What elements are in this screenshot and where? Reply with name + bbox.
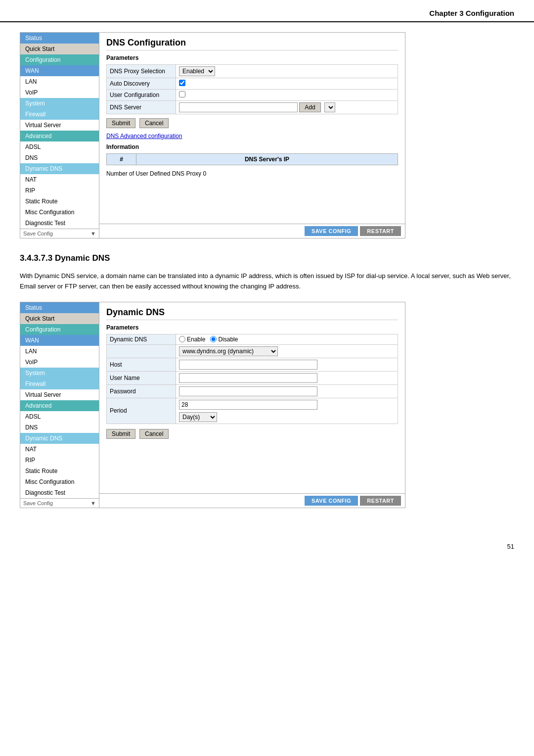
sidebar-item-rip-1[interactable]: RIP: [20, 185, 99, 196]
chapter-header: Chapter 3 Configuration: [0, 0, 534, 22]
dns-save-config-button[interactable]: SAVE CONFIG: [305, 226, 358, 236]
dynamic-dns-title: Dynamic DNS: [106, 307, 398, 320]
dns-config-main: DNS Configuration Parameters DNS Proxy S…: [99, 33, 405, 238]
sidebar-item-voip-2[interactable]: VoIP: [20, 357, 99, 368]
auto-discovery-checkbox[interactable]: [179, 80, 185, 86]
sidebar-item-dynamicdns-1[interactable]: Dynamic DNS: [20, 163, 99, 174]
sidebar-item-advanced-1[interactable]: Advanced: [20, 131, 99, 142]
dns-submit-button[interactable]: Submit: [106, 118, 135, 128]
sidebar-item-system-2[interactable]: System: [20, 368, 99, 378]
dynamic-dns-cancel-button[interactable]: Cancel: [139, 429, 169, 439]
host-input[interactable]: [179, 360, 317, 370]
table-row: www.dyndns.org (dynamic): [107, 344, 398, 358]
dns-add-button[interactable]: Add: [299, 102, 320, 112]
sidebar-item-staticroute-1[interactable]: Static Route: [20, 196, 99, 207]
sidebar-item-diagnostictest-1[interactable]: Diagnostic Test: [20, 218, 99, 229]
password-label: Password: [107, 384, 176, 398]
dns-restart-button[interactable]: RESTART: [360, 226, 401, 236]
sidebar-footer-1[interactable]: Save Config ▼: [20, 229, 99, 238]
ddns-service-select[interactable]: www.dyndns.org (dynamic): [179, 346, 278, 356]
user-configuration-checkbox[interactable]: [179, 91, 185, 97]
dns-form-table: DNS Proxy Selection Enabled Disabled Aut…: [106, 64, 398, 114]
dynamic-dns-panel: Status Quick Start Configuration WAN LAN…: [20, 302, 405, 508]
dns-params-label: Parameters: [106, 54, 398, 61]
sidebar-item-staticroute-2[interactable]: Static Route: [20, 466, 99, 476]
dynamic-dns-restart-button[interactable]: RESTART: [360, 496, 401, 506]
dns-form-buttons: Submit Cancel: [106, 118, 398, 128]
dns-advanced-link[interactable]: DNS Advanced configuration: [106, 133, 182, 140]
ddns-service-label: [107, 344, 176, 358]
sidebar-item-rip-2[interactable]: RIP: [20, 455, 99, 466]
sidebar-item-dns-1[interactable]: DNS: [20, 152, 99, 163]
table-row: Host: [107, 358, 398, 371]
sidebar-item-advanced-2[interactable]: Advanced: [20, 400, 99, 411]
auto-discovery-value: [176, 78, 398, 90]
dns-proxy-selection-value: Enabled Disabled: [176, 65, 398, 78]
sidebar-item-quickstart-1[interactable]: Quick Start: [20, 44, 99, 54]
username-input[interactable]: [179, 373, 317, 383]
dns-info-table: # DNS Server's IP: [106, 153, 398, 165]
dns-add-select[interactable]: [324, 102, 335, 112]
sidebar-item-firewall-1[interactable]: Firewall: [20, 109, 99, 120]
sidebar-item-adsl-2[interactable]: ADSL: [20, 411, 99, 422]
sidebar-item-miscconfig-2[interactable]: Misc Configuration: [20, 476, 99, 487]
sidebar-item-virtualserver-1[interactable]: Virtual Server: [20, 120, 99, 131]
sidebar-item-virtualserver-2[interactable]: Virtual Server: [20, 389, 99, 400]
scroll-down-icon-2: ▼: [90, 500, 96, 506]
sidebar-item-wan-1[interactable]: WAN: [20, 65, 99, 76]
table-row: # DNS Server's IP: [107, 154, 398, 165]
sidebar-item-configuration-1[interactable]: Configuration: [20, 54, 99, 65]
table-row: User Configuration: [107, 90, 398, 101]
dns-proxy-selection-select[interactable]: Enabled Disabled: [179, 66, 215, 76]
dynamic-dns-radio-cell: Enable Disable: [176, 334, 398, 344]
period-label: Period: [107, 398, 176, 424]
scroll-down-icon-1: ▼: [90, 231, 96, 236]
sidebar-item-system-1[interactable]: System: [20, 98, 99, 109]
period-unit-container: Day(s) Hour(s) Minute(s): [179, 412, 395, 422]
section-heading: 3.4.3.7.3 Dynamic DNS: [20, 253, 514, 263]
sidebar-item-quickstart-2[interactable]: Quick Start: [20, 313, 99, 324]
table-row: DNS Server Add: [107, 101, 398, 114]
sidebar-item-wan-2[interactable]: WAN: [20, 335, 99, 346]
sidebar-item-nat-2[interactable]: NAT: [20, 444, 99, 455]
table-row: Auto Discovery: [107, 78, 398, 90]
table-row: User Name: [107, 371, 398, 384]
dynamic-dns-submit-button[interactable]: Submit: [106, 429, 135, 439]
dynamic-dns-bottom-bar: SAVE CONFIG RESTART: [99, 493, 405, 508]
sidebar-item-nat-1[interactable]: NAT: [20, 174, 99, 185]
dns-cancel-button[interactable]: Cancel: [139, 118, 169, 128]
dns-server-input[interactable]: [179, 102, 298, 112]
sidebar-item-lan-2[interactable]: LAN: [20, 346, 99, 357]
sidebar-item-status-1[interactable]: Status: [20, 33, 99, 44]
sidebar-item-lan-1[interactable]: LAN: [20, 76, 99, 87]
sidebar-item-voip-1[interactable]: VoIP: [20, 87, 99, 98]
sidebar-saveconfig-label-2: Save Config: [23, 500, 53, 506]
sidebar-item-firewall-2[interactable]: Firewall: [20, 378, 99, 389]
user-configuration-label: User Configuration: [107, 90, 176, 101]
user-configuration-value: [176, 90, 398, 101]
sidebar-item-dynamicdns-2[interactable]: Dynamic DNS: [20, 433, 99, 444]
enable-radio-label[interactable]: Enable: [179, 336, 205, 343]
sidebar-item-adsl-1[interactable]: ADSL: [20, 142, 99, 152]
disable-radio-label[interactable]: Disable: [210, 336, 238, 343]
sidebar-footer-2[interactable]: Save Config ▼: [20, 498, 99, 508]
dns-info-col2-header: DNS Server's IP: [136, 154, 398, 165]
period-unit-select[interactable]: Day(s) Hour(s) Minute(s): [179, 412, 217, 422]
sidebar-item-diagnostictest-2[interactable]: Diagnostic Test: [20, 487, 99, 498]
username-label: User Name: [107, 371, 176, 384]
dynamic-dns-save-config-button[interactable]: SAVE CONFIG: [305, 496, 358, 506]
dynamic-dns-form-table: Dynamic DNS Enable Disable: [106, 334, 398, 424]
dns-proxy-selection-label: DNS Proxy Selection: [107, 65, 176, 78]
sidebar-item-miscconfig-1[interactable]: Misc Configuration: [20, 207, 99, 218]
sidebar-item-status-2[interactable]: Status: [20, 302, 99, 313]
sidebar-item-dns-2[interactable]: DNS: [20, 422, 99, 433]
sidebar-2: Status Quick Start Configuration WAN LAN…: [20, 302, 99, 508]
password-input[interactable]: [179, 386, 317, 396]
period-text-input[interactable]: [179, 400, 317, 410]
dynamic-dns-buttons: Submit Cancel: [106, 429, 398, 439]
period-container: Day(s) Hour(s) Minute(s): [179, 400, 395, 422]
sidebar-item-configuration-2[interactable]: Configuration: [20, 324, 99, 335]
enable-radio[interactable]: [179, 336, 185, 342]
disable-radio[interactable]: [210, 336, 217, 342]
section-description: With Dynamic DNS service, a domain name …: [20, 271, 514, 292]
